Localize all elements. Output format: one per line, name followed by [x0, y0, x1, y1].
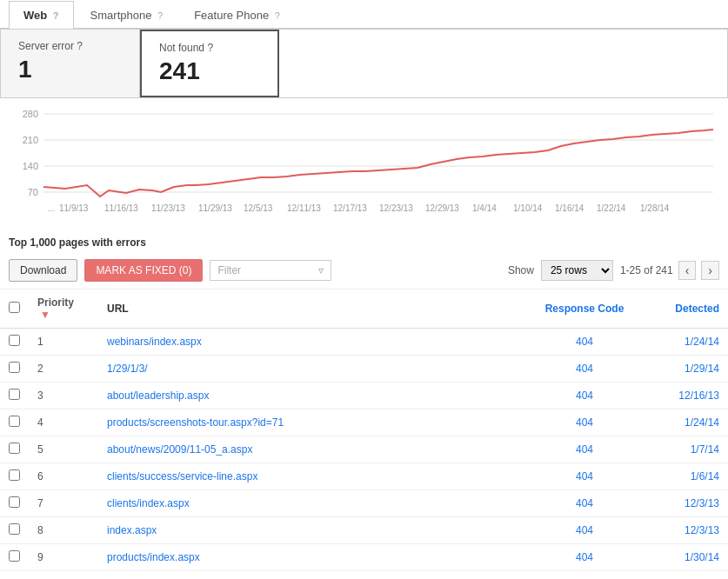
table-row: 1 webinars/index.aspx 404 1/24/14 — [0, 329, 728, 356]
stat-not-found-value: 241 — [159, 57, 260, 85]
chart-title: Top 1,000 pages with errors — [0, 233, 728, 252]
chart-area: 280 210 140 70 ... 11/9/13 11/16/13 11/2… — [0, 98, 728, 233]
row-url[interactable]: clients/success/service-line.aspx — [98, 463, 528, 490]
tab-web-label: Web — [23, 9, 47, 22]
pagination-text: 1-25 of 241 — [620, 264, 673, 276]
row-url[interactable]: index.aspx — [98, 517, 528, 544]
svg-text:1/28/14: 1/28/14 — [640, 203, 670, 213]
row-detected: 1/29/14 — [641, 356, 728, 383]
row-checkbox[interactable] — [9, 550, 20, 562]
mark-fixed-button[interactable]: MARK AS FIXED (0) — [84, 259, 203, 282]
tab-smartphone[interactable]: New Smartphone ? — [76, 1, 178, 29]
row-checkbox[interactable] — [9, 362, 20, 373]
svg-text:11/29/13: 11/29/13 — [198, 203, 232, 213]
svg-text:210: 210 — [23, 135, 38, 145]
select-all-checkbox[interactable] — [9, 302, 20, 313]
stat-not-found: Not found ? 241 — [140, 30, 279, 97]
row-checkbox-cell[interactable] — [0, 463, 29, 490]
row-priority: 7 — [29, 490, 98, 517]
row-checkbox-cell[interactable] — [0, 329, 29, 356]
row-detected: 1/6/14 — [641, 463, 728, 490]
row-checkbox[interactable] — [9, 335, 20, 346]
stat-server-error-help-icon[interactable]: ? — [77, 40, 83, 52]
rows-select[interactable]: 25 rows 50 rows 100 rows — [541, 260, 613, 281]
tab-feature-phone[interactable]: Feature Phone ? — [179, 1, 295, 29]
stat-server-error: Server error ? 1 — [1, 30, 140, 97]
tab-feature-phone-label: Feature Phone — [194, 9, 269, 22]
stats-row: Server error ? 1 Not found ? 241 — [0, 29, 728, 98]
table-row: 4 products/screenshots-tour.aspx?id=71 4… — [0, 409, 728, 436]
row-checkbox[interactable] — [9, 523, 20, 535]
row-detected: 1/30/14 — [641, 544, 728, 571]
col-response-header: Response Code — [528, 290, 641, 329]
show-rows-area: Show 25 rows 50 rows 100 rows 1-25 of 24… — [508, 260, 719, 281]
filter-icon: ▿ — [318, 264, 324, 276]
table-row: 5 about/news/2009/11-05_a.aspx 404 1/7/1… — [0, 436, 728, 463]
row-priority: 1 — [29, 329, 98, 356]
row-checkbox-cell[interactable] — [0, 356, 29, 383]
col-priority-header[interactable]: Priority ▼ — [29, 290, 98, 329]
row-checkbox[interactable] — [9, 389, 20, 400]
row-checkbox-cell[interactable] — [0, 436, 29, 463]
row-priority: 2 — [29, 356, 98, 383]
row-url[interactable]: clients/index.aspx — [98, 490, 528, 517]
row-detected: 1/24/14 — [641, 409, 728, 436]
filter-placeholder: Filter — [217, 264, 241, 276]
table-row: 3 about/leadership.aspx 404 12/16/13 — [0, 383, 728, 409]
row-response-code: 404 — [528, 517, 641, 544]
tab-smartphone-help-icon[interactable]: ? — [157, 10, 163, 21]
row-response-code: 404 — [528, 490, 641, 517]
tab-feature-phone-help-icon[interactable]: ? — [275, 10, 280, 21]
row-checkbox-cell[interactable] — [0, 544, 29, 571]
stat-not-found-label: Not found ? — [159, 42, 260, 54]
download-button[interactable]: Download — [9, 259, 77, 282]
svg-text:11/23/13: 11/23/13 — [151, 203, 185, 213]
row-checkbox-cell[interactable] — [0, 409, 29, 436]
next-page-button[interactable]: › — [701, 261, 719, 280]
sort-arrow-icon: ▼ — [40, 309, 50, 321]
row-checkbox-cell[interactable] — [0, 517, 29, 544]
row-priority: 5 — [29, 436, 98, 463]
row-url[interactable]: 1/29/1/3/ — [98, 356, 528, 383]
row-checkbox[interactable] — [9, 443, 20, 454]
row-checkbox[interactable] — [9, 416, 20, 427]
tab-web[interactable]: Web ? — [9, 1, 74, 29]
stat-not-found-help-icon[interactable]: ? — [207, 42, 213, 54]
row-priority: 3 — [29, 383, 98, 409]
filter-box[interactable]: Filter ▿ — [210, 260, 331, 281]
svg-text:12/23/13: 12/23/13 — [379, 203, 413, 213]
row-url[interactable]: products/index.aspx — [98, 544, 528, 571]
svg-text:70: 70 — [28, 187, 38, 197]
svg-text:12/29/13: 12/29/13 — [425, 203, 459, 213]
row-url[interactable]: about/news/2009/11-05_a.aspx — [98, 436, 528, 463]
svg-text:1/4/14: 1/4/14 — [472, 203, 497, 213]
row-checkbox[interactable] — [9, 469, 20, 481]
stat-server-error-value: 1 — [18, 56, 122, 83]
row-priority: 8 — [29, 517, 98, 544]
svg-text:1/10/14: 1/10/14 — [513, 203, 543, 213]
row-priority: 9 — [29, 544, 98, 571]
row-response-code: 404 — [528, 356, 641, 383]
table-row: 9 products/index.aspx 404 1/30/14 — [0, 544, 728, 571]
tab-web-help-icon[interactable]: ? — [53, 10, 59, 21]
tab-smartphone-label: Smartphone — [90, 9, 152, 22]
svg-text:12/5/13: 12/5/13 — [244, 203, 273, 213]
row-detected: 12/3/13 — [641, 517, 728, 544]
row-response-code: 404 — [528, 329, 641, 356]
row-checkbox-cell[interactable] — [0, 383, 29, 409]
row-url[interactable]: products/screenshots-tour.aspx?id=71 — [98, 409, 528, 436]
row-checkbox[interactable] — [9, 496, 20, 508]
row-url[interactable]: about/leadership.aspx — [98, 383, 528, 409]
table-header-row: Priority ▼ URL Response Code Detected — [0, 290, 728, 329]
row-url[interactable]: webinars/index.aspx — [98, 329, 528, 356]
prev-page-button[interactable]: ‹ — [678, 261, 697, 280]
row-checkbox-cell[interactable] — [0, 490, 29, 517]
svg-text:1/16/14: 1/16/14 — [555, 203, 584, 213]
row-priority: 4 — [29, 409, 98, 436]
svg-text:...: ... — [48, 203, 55, 213]
svg-text:1/22/14: 1/22/14 — [597, 203, 626, 213]
row-detected: 1/24/14 — [641, 329, 728, 356]
col-check-all[interactable] — [0, 290, 29, 329]
svg-text:12/17/13: 12/17/13 — [333, 203, 367, 213]
table-row: 7 clients/index.aspx 404 12/3/13 — [0, 490, 728, 517]
